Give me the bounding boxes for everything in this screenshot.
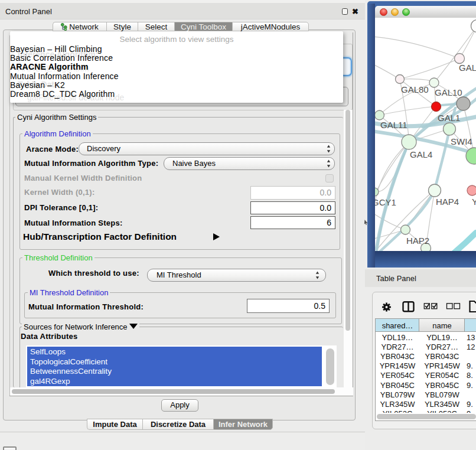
svg-text:GAL2: GAL2 bbox=[459, 63, 476, 73]
svg-text:GAL80: GAL80 bbox=[401, 84, 429, 94]
svg-text:GAL4: GAL4 bbox=[410, 149, 432, 159]
svg-text:Y: Y bbox=[472, 197, 476, 207]
svg-text:GAL10: GAL10 bbox=[435, 87, 462, 97]
svg-text:GAL11: GAL11 bbox=[380, 120, 407, 130]
svg-text:SWI4: SWI4 bbox=[451, 136, 472, 146]
svg-text:GAL1: GAL1 bbox=[438, 113, 460, 123]
svg-text:GCY1: GCY1 bbox=[375, 197, 396, 207]
svg-text:HAP4: HAP4 bbox=[436, 197, 459, 207]
svg-text:HAP2: HAP2 bbox=[406, 236, 429, 246]
